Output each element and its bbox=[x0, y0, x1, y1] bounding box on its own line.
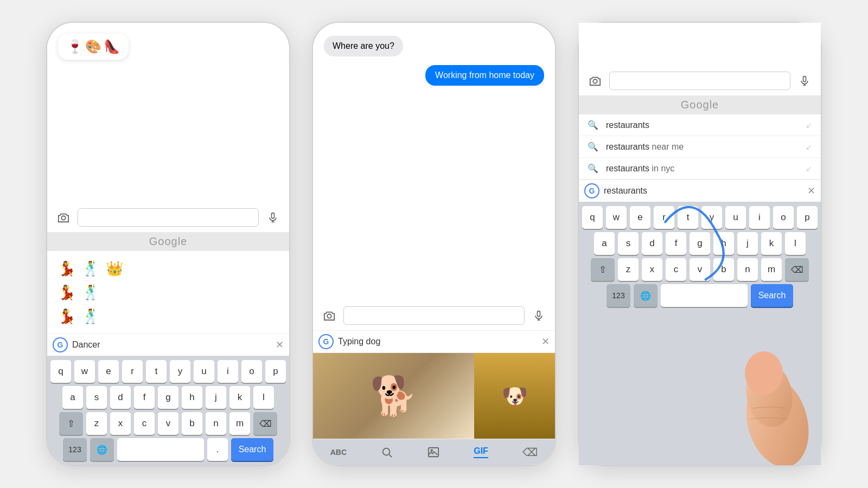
key-h[interactable]: h bbox=[182, 386, 202, 409]
key-delete[interactable]: ⌫ bbox=[253, 412, 277, 435]
p3-key-delete[interactable]: ⌫ bbox=[785, 258, 809, 281]
phone3-search-button[interactable]: Search bbox=[751, 284, 793, 307]
p3-key-u[interactable]: u bbox=[725, 206, 746, 229]
key-shift[interactable]: ⇧ bbox=[59, 412, 83, 435]
p3-key-b[interactable]: b bbox=[713, 258, 734, 281]
p3-key-v[interactable]: v bbox=[690, 258, 710, 281]
key-x[interactable]: x bbox=[110, 412, 131, 435]
key-globe[interactable]: 🌐 bbox=[90, 438, 114, 461]
key-j[interactable]: j bbox=[206, 386, 226, 409]
key-a[interactable]: a bbox=[62, 386, 83, 409]
toolbar-delete-btn[interactable]: ⌫ bbox=[522, 446, 538, 459]
p3-key-h[interactable]: h bbox=[713, 232, 734, 255]
key-r[interactable]: r bbox=[122, 360, 143, 383]
phone1-clear-btn[interactable]: ✕ bbox=[276, 339, 284, 351]
key-v[interactable]: v bbox=[158, 412, 178, 435]
phone1-gboard-text[interactable]: Dancer bbox=[72, 340, 271, 350]
key-k[interactable]: k bbox=[229, 386, 250, 409]
key-l[interactable]: l bbox=[253, 386, 274, 409]
p3-key-q[interactable]: q bbox=[582, 206, 603, 229]
phone3-camera-icon[interactable] bbox=[586, 72, 604, 89]
key-w[interactable]: w bbox=[74, 360, 95, 383]
p3-key-p[interactable]: p bbox=[797, 206, 818, 229]
phone2-gboard-text[interactable]: Typing dog bbox=[338, 337, 537, 346]
emoji-speech-bubble: 🍷 🎨 👠 bbox=[58, 34, 129, 60]
p3-key-w[interactable]: w bbox=[606, 206, 627, 229]
key-d[interactable]: d bbox=[110, 386, 131, 409]
p3-key-shift[interactable]: ⇧ bbox=[591, 258, 615, 281]
key-123[interactable]: 123 bbox=[63, 438, 87, 461]
gif-display-area: 🐕 🐶 bbox=[313, 352, 555, 439]
toolbar-abc-btn[interactable]: ABC bbox=[330, 448, 347, 457]
suggestion-item-1[interactable]: 🔍 restaurants ↙ bbox=[579, 114, 821, 136]
phone3-url-input[interactable] bbox=[609, 72, 790, 90]
p3-key-o[interactable]: o bbox=[773, 206, 794, 229]
p3-key-d[interactable]: d bbox=[642, 232, 662, 255]
p3-key-k[interactable]: k bbox=[761, 232, 782, 255]
key-e[interactable]: e bbox=[98, 360, 119, 383]
p3-key-123[interactable]: 123 bbox=[607, 284, 630, 307]
toolbar-search-btn[interactable] bbox=[381, 446, 393, 458]
key-u[interactable]: u bbox=[194, 360, 214, 383]
key-i[interactable]: i bbox=[218, 360, 238, 383]
suggestion-text-2: restaurants near me bbox=[606, 142, 684, 152]
key-space[interactable] bbox=[117, 438, 204, 461]
p3-key-t[interactable]: t bbox=[678, 206, 698, 229]
phone2-search-bar bbox=[313, 301, 555, 330]
camera-icon[interactable] bbox=[55, 209, 72, 226]
key-period[interactable]: . bbox=[207, 438, 228, 461]
key-o[interactable]: o bbox=[241, 360, 262, 383]
phone-2-frame: Where are you? Working from home today bbox=[312, 22, 556, 466]
p3-key-m[interactable]: m bbox=[761, 258, 782, 281]
phone1-search-button[interactable]: Search bbox=[231, 438, 273, 461]
p3-key-j[interactable]: j bbox=[737, 232, 758, 255]
mic-icon[interactable] bbox=[264, 209, 282, 226]
toolbar-images-btn[interactable] bbox=[427, 446, 439, 458]
p3-key-a[interactable]: a bbox=[594, 232, 615, 255]
phone2-mic-icon[interactable] bbox=[530, 307, 547, 324]
suggestion-item-2[interactable]: 🔍 restaurants near me ↙ bbox=[579, 136, 821, 158]
phone3-gboard-text[interactable]: restaurants bbox=[604, 186, 803, 196]
phone2-url-input[interactable] bbox=[343, 306, 525, 325]
phone1-url-input[interactable] bbox=[78, 208, 259, 227]
dog2-emoji: 🐶 bbox=[501, 383, 528, 409]
phone3-mic-icon[interactable] bbox=[796, 72, 813, 89]
p3-key-l[interactable]: l bbox=[785, 232, 806, 255]
p3-key-i[interactable]: i bbox=[749, 206, 770, 229]
key-q[interactable]: q bbox=[50, 360, 71, 383]
p3-key-r[interactable]: r bbox=[654, 206, 674, 229]
key-g[interactable]: g bbox=[158, 386, 178, 409]
p3-key-z[interactable]: z bbox=[618, 258, 639, 281]
suggestion-arrow-2: ↙ bbox=[806, 143, 812, 151]
p3-key-n[interactable]: n bbox=[737, 258, 758, 281]
p3-key-e[interactable]: e bbox=[630, 206, 650, 229]
phone2-camera-icon[interactable] bbox=[321, 307, 338, 324]
key-n[interactable]: n bbox=[206, 412, 226, 435]
gif-side-image: 🐶 bbox=[474, 353, 555, 439]
key-y[interactable]: y bbox=[170, 360, 190, 383]
key-c[interactable]: c bbox=[134, 412, 155, 435]
p3-key-x[interactable]: x bbox=[642, 258, 662, 281]
svg-point-0 bbox=[61, 216, 65, 220]
p3-key-s[interactable]: s bbox=[618, 232, 639, 255]
p3-key-c[interactable]: c bbox=[666, 258, 686, 281]
phone2-gboard-input-row: G Typing dog ✕ bbox=[313, 330, 555, 352]
key-z[interactable]: z bbox=[86, 412, 107, 435]
phone2-clear-btn[interactable]: ✕ bbox=[541, 336, 550, 348]
p3-key-g[interactable]: g bbox=[690, 232, 710, 255]
p3-key-f[interactable]: f bbox=[666, 232, 686, 255]
phone1-bottom-row: 123 🌐 . Search bbox=[49, 438, 287, 461]
suggestion-item-3[interactable]: 🔍 restaurants in nyc ↙ bbox=[579, 158, 821, 179]
key-f[interactable]: f bbox=[134, 386, 155, 409]
key-b[interactable]: b bbox=[182, 412, 202, 435]
phone3-clear-btn[interactable]: ✕ bbox=[807, 185, 815, 197]
emoji-dancer-5: 💃 bbox=[56, 305, 78, 327]
p3-key-globe[interactable]: 🌐 bbox=[634, 284, 658, 307]
key-m[interactable]: m bbox=[229, 412, 250, 435]
toolbar-gif-btn[interactable]: GIF bbox=[474, 446, 488, 458]
p3-key-space[interactable] bbox=[661, 284, 748, 307]
key-p[interactable]: p bbox=[265, 360, 286, 383]
p3-key-y[interactable]: y bbox=[701, 206, 722, 229]
key-t[interactable]: t bbox=[146, 360, 167, 383]
key-s[interactable]: s bbox=[86, 386, 107, 409]
